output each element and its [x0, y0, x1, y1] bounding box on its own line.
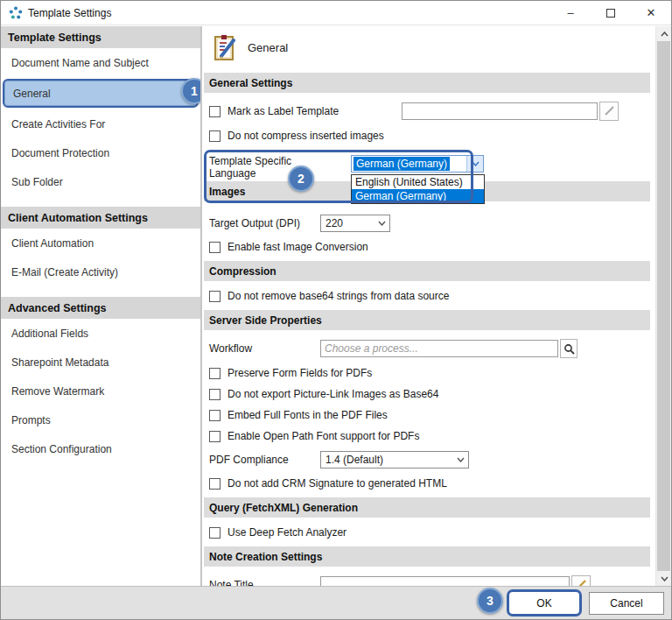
label-template-input[interactable]	[402, 102, 598, 120]
chevron-down-icon	[374, 215, 389, 231]
target-dpi-dropdown[interactable]: 220	[320, 215, 390, 232]
dialog-footer: 3 OK Cancel	[1, 586, 671, 619]
annotation-callout-3: OK	[507, 589, 582, 616]
workflow-input[interactable]	[320, 340, 558, 357]
step-badge-3: 3	[477, 588, 503, 614]
no-picture-link-checkbox[interactable]	[209, 389, 220, 400]
section-header-general-settings: General Settings	[204, 73, 650, 93]
settings-main-panel: General General Settings Mark as Label T…	[202, 26, 671, 586]
template-settings-dialog: Template Settings – ✕ Template Settings …	[0, 0, 672, 620]
maximize-box-icon	[606, 9, 615, 18]
maximize-button[interactable]	[591, 1, 631, 25]
preserve-form-fields-row: Preserve Form Fields for PDFs	[209, 367, 645, 379]
step-badge-2: 2	[288, 166, 314, 192]
sidebar-item-document-protection[interactable]: Document Protection	[1, 138, 200, 167]
sidebar-item-additional-fields[interactable]: Additional Fields	[1, 319, 200, 348]
fast-conversion-row: Enable fast Image Conversion	[209, 241, 645, 253]
search-icon[interactable]	[560, 339, 578, 358]
close-button[interactable]: ✕	[631, 1, 671, 25]
sidebar-item-prompts[interactable]: Prompts	[1, 405, 200, 434]
ok-button[interactable]: OK	[510, 593, 578, 613]
open-path-font-checkbox[interactable]	[209, 431, 220, 442]
sidebar-item-email-create-activity[interactable]: E-Mail (Create Activity)	[1, 257, 200, 286]
template-language-zone: Images Template Specific Language German…	[204, 150, 650, 204]
scrollbar-thumb[interactable]	[657, 41, 670, 571]
language-option-german[interactable]: German (Germany)	[352, 189, 484, 203]
cancel-button[interactable]: Cancel	[589, 592, 664, 615]
edit-icon-disabled[interactable]	[599, 102, 619, 121]
minimize-button[interactable]: –	[550, 1, 591, 25]
preserve-form-fields-checkbox[interactable]	[209, 368, 220, 379]
no-crm-signature-checkbox[interactable]	[209, 478, 220, 490]
page-title: General	[248, 41, 288, 54]
sidebar-section-client-automation: Client Automation Settings	[1, 207, 200, 229]
sidebar-section-template-settings: Template Settings	[1, 26, 200, 48]
sidebar-item-general[interactable]: General 1	[3, 79, 199, 108]
deep-fetch-checkbox[interactable]	[209, 527, 220, 539]
window-title: Template Settings	[28, 7, 111, 19]
embed-fonts-row: Embed Full Fonts in the PDF Files	[209, 409, 645, 421]
fast-conversion-checkbox[interactable]	[209, 242, 220, 253]
open-path-font-row: Enable Open Path Font support for PDFs	[209, 430, 645, 442]
deep-fetch-row: Use Deep Fetch Analyzer	[209, 526, 645, 539]
mark-as-label-checkbox[interactable]	[209, 106, 220, 117]
selected-language-value: German (Germany)	[354, 157, 450, 171]
no-base64-row: Do not remove base64 strings from data s…	[209, 290, 645, 302]
chevron-down-icon	[452, 452, 468, 468]
language-dropdown-list: English (United States) German (Germany)	[351, 174, 485, 204]
page-header: General	[204, 26, 650, 67]
section-header-note-creation: Note Creation Settings	[204, 546, 650, 567]
embed-fonts-checkbox[interactable]	[209, 410, 220, 421]
no-compress-checkbox[interactable]	[209, 130, 220, 142]
template-language-dropdown[interactable]: German (Germany)	[351, 155, 484, 173]
scroll-down-icon[interactable]	[656, 571, 672, 586]
sidebar-item-remove-watermark[interactable]: Remove Watermark	[1, 377, 200, 405]
chevron-down-icon[interactable]	[466, 156, 483, 172]
workflow-row: Workflow	[209, 339, 645, 358]
no-crm-signature-row: Do not add CRM Signature to generated HT…	[209, 477, 645, 490]
pdf-compliance-dropdown[interactable]: 1.4 (Default)	[320, 451, 469, 469]
no-base64-checkbox[interactable]	[209, 291, 220, 302]
title-bar: Template Settings – ✕	[1, 1, 671, 25]
section-header-server-side: Server Side Properties	[204, 310, 650, 330]
section-header-compression: Compression	[204, 261, 650, 281]
no-compress-row: Do not compress inserted images	[209, 130, 645, 142]
sidebar-item-section-configuration[interactable]: Section Configuration	[1, 434, 200, 463]
section-header-query-generation: Query (FetchXML) Generation	[204, 497, 650, 518]
language-option-english[interactable]: English (United States)	[352, 175, 484, 189]
settings-sidebar: Template Settings Document Name and Subj…	[1, 26, 202, 586]
target-dpi-row: Target Output (DPI) 220	[209, 215, 645, 232]
sidebar-item-client-automation[interactable]: Client Automation	[1, 229, 200, 257]
dotted-circle-icon	[9, 6, 23, 20]
sidebar-item-create-activities[interactable]: Create Activities For	[1, 109, 200, 138]
sidebar-section-advanced: Advanced Settings	[1, 297, 200, 319]
scroll-up-icon[interactable]	[656, 26, 672, 41]
vertical-scrollbar[interactable]	[655, 26, 671, 586]
no-picture-link-row: Do not export Picture-Link Images as Bas…	[209, 388, 645, 400]
pdf-compliance-row: PDF Compliance 1.4 (Default)	[209, 451, 645, 469]
sidebar-item-document-name[interactable]: Document Name and Subject	[1, 48, 200, 77]
step-badge-1: 1	[181, 78, 202, 104]
clipboard-pencil-icon	[213, 33, 237, 61]
sidebar-item-sharepoint-metadata[interactable]: Sharepoint Metadata	[1, 348, 200, 377]
sidebar-item-sub-folder[interactable]: Sub Folder	[1, 167, 200, 196]
mark-as-label-row: Mark as Label Template	[209, 102, 645, 121]
